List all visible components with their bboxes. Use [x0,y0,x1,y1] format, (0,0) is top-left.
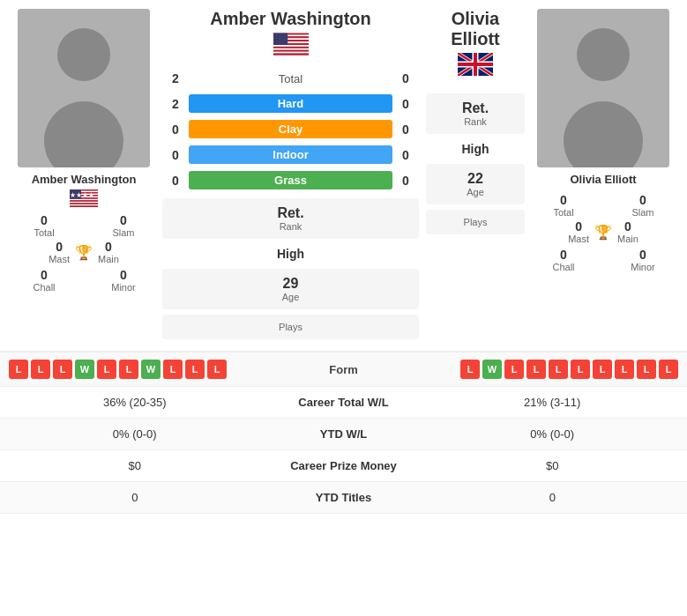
middle-age-value: 29 [162,276,419,292]
right-rank-box: Ret. Rank [426,93,525,134]
ytd-wl-label: YTD W/L [256,427,432,441]
stats-row-ytd-titles: 0 YTD Titles 0 [0,482,687,514]
form-badge-right-5: L [549,360,568,379]
grass-surface-row: 0 Grass 0 [162,167,419,193]
right-age-box: 22 Age [426,164,525,204]
player-right-name: Olivia Elliott [570,173,636,186]
form-badge-left-8: L [163,360,183,379]
ytd-titles-right: 0 [432,491,674,504]
svg-rect-31 [273,33,287,45]
right-total-count: 0 [392,71,419,85]
left-minor-stat: 0 Minor [88,268,159,293]
player-right-name-center: Olivia Elliott [426,9,525,49]
svg-rect-14 [70,204,98,206]
svg-rect-15 [70,205,98,207]
right-main-stat: 0 Main [617,219,638,244]
form-badges-left: L L L W L L W L L L [9,360,295,379]
player-right-card: Olivia Elliott 0 Total 0 Slam 0 Mast 🏆 [528,9,678,342]
grass-badge: Grass [189,171,392,189]
player-left-trophy-row: 0 Mast 🏆 0 Main [49,240,119,264]
middle-rank-box: Ret. Rank [162,198,419,239]
form-badge-right-6: L [571,360,590,379]
clay-right-count: 0 [392,122,419,137]
form-badge-right-1: L [460,360,480,379]
ytd-titles-label: YTD Titles [256,491,432,504]
comparison-section: Amber Washington [0,0,687,352]
form-badge-right-7: L [593,360,612,379]
grass-right-count: 0 [392,174,419,188]
svg-point-1 [57,28,110,81]
flag-left-center [273,33,309,61]
right-center-panel: Olivia Elliott Ret. Rank High [422,9,528,342]
middle-rank-value: Ret. [162,205,419,221]
right-plays-box: Plays [426,210,525,234]
right-high: High [426,137,525,161]
form-badge-left-2: L [31,360,50,379]
ytd-wl-right: 0% (0-0) [432,427,674,441]
right-chall-stat: 0 Chall [528,248,599,272]
svg-rect-28 [273,50,309,52]
form-badge-right-8: L [615,360,634,379]
main-container: Amber Washington [0,0,687,514]
middle-plays-box: Plays [162,315,419,339]
stats-table: 36% (20-35) Career Total W/L 21% (3-11) … [0,387,687,514]
player-right-bottom-stats: 0 Chall 0 Minor [528,248,678,272]
prize-money-left: $0 [14,459,256,472]
form-badge-right-10: L [659,360,678,379]
stats-row-career-total: 36% (20-35) Career Total W/L 21% (3-11) [0,387,687,419]
player-right-stats: 0 Total 0 Slam [528,193,678,218]
career-total-label: Career Total W/L [256,396,432,409]
svg-rect-10 [70,199,98,201]
hard-right-count: 0 [392,97,419,111]
svg-rect-30 [273,54,309,56]
form-badge-left-1: L [9,360,28,379]
player-left-name: Amber Washington [32,173,137,186]
player-right-trophy-row: 0 Mast 🏆 0 Main [568,219,638,244]
middle-panel: Amber Washington [159,9,422,342]
career-total-right: 21% (3-11) [432,396,674,409]
clay-badge: Clay [189,120,392,138]
form-badge-left-10: L [207,360,227,379]
middle-age-box: 29 Age [162,269,419,309]
right-mast-stat: 0 Mast [568,219,589,244]
prize-money-right: $0 [432,459,674,472]
right-minor-stat: 0 Minor [608,248,678,272]
hard-badge: Hard [189,94,392,113]
svg-rect-12 [70,202,98,204]
right-total-stat: 0 Total [528,193,599,218]
form-badge-left-4: W [75,360,94,379]
clay-left-count: 0 [162,122,189,137]
left-mast-stat: 0 Mast [49,240,70,264]
player-left-avatar [18,9,150,167]
right-age-value: 22 [426,171,525,187]
clay-surface-row: 0 Clay 0 [162,116,419,142]
stats-row-prize-money: $0 Career Prize Money $0 [0,450,687,482]
total-label: Total [189,72,392,85]
ytd-titles-left: 0 [14,491,256,504]
hard-surface-row: 2 Hard 0 [162,91,419,116]
left-slam-stat: 0 Slam [88,213,159,238]
form-section: L L L W L L W L L L Form L W L L L L L L… [0,352,687,387]
svg-rect-25 [273,45,309,47]
player-left-stats: 0 Total 0 Slam [9,213,159,238]
svg-rect-29 [273,52,309,54]
form-badge-left-6: L [119,360,138,379]
stats-row-ytd-wl: 0% (0-0) YTD W/L 0% (0-0) [0,419,687,450]
prize-money-label: Career Prize Money [256,459,432,472]
right-trophy-icon: 🏆 [594,224,612,241]
form-badge-left-7: W [141,360,161,379]
left-total-count: 2 [162,71,189,85]
player-left-bottom-stats: 0 Chall 0 Minor [9,268,159,293]
indoor-badge: Indoor [189,145,392,164]
left-chall-stat: 0 Chall [9,268,79,293]
left-trophy-icon: 🏆 [75,244,93,261]
ytd-wl-left: 0% (0-0) [14,427,256,441]
career-total-left: 36% (20-35) [14,396,256,409]
grass-left-count: 0 [162,174,189,188]
player-left-card: Amber Washington [9,9,159,342]
total-row: 2 Total 0 [162,66,419,91]
form-badge-right-4: L [526,360,546,379]
svg-rect-11 [70,200,98,202]
form-badge-right-9: L [637,360,656,379]
form-badge-left-3: L [53,360,72,379]
